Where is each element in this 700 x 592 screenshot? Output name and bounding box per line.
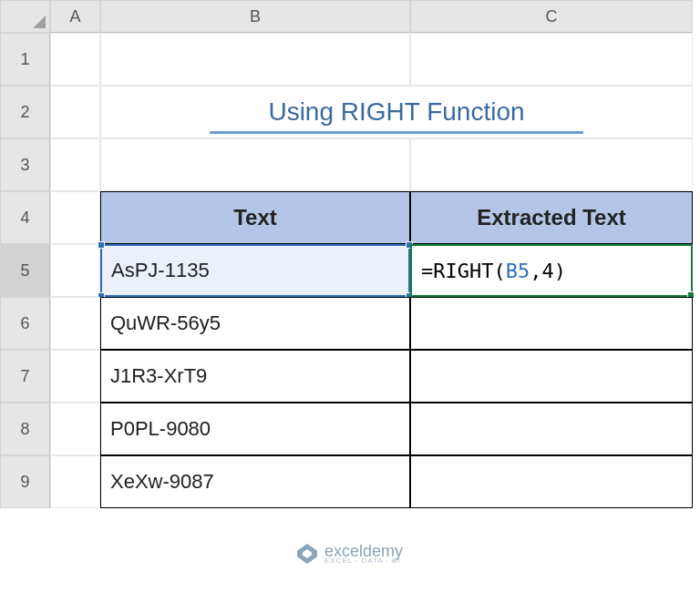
cell-c1[interactable]	[410, 33, 693, 86]
spreadsheet-grid: A B C 1 2 Using RIGHT Function 3 4 Text …	[0, 0, 700, 508]
title-text: Using RIGHT Function	[268, 97, 524, 127]
cell-c6[interactable]	[410, 297, 693, 350]
cell-b8[interactable]: P0PL-9080	[100, 403, 410, 455]
select-all-corner[interactable]	[0, 0, 50, 33]
row-header-7[interactable]: 7	[0, 350, 50, 403]
watermark-tag: EXCEL · DATA · BI	[324, 557, 403, 565]
formula-text: =RIGHT(B5,4)	[421, 260, 566, 282]
formula-suffix: ,4)	[530, 260, 566, 282]
cell-a4[interactable]	[50, 191, 100, 244]
col-header-c[interactable]: C	[410, 0, 693, 33]
cell-a9[interactable]	[50, 455, 100, 508]
title-underline	[210, 131, 583, 134]
row-header-2[interactable]: 2	[0, 86, 50, 138]
title-cell[interactable]: Using RIGHT Function	[100, 86, 693, 138]
cell-b6[interactable]: QuWR-56y5	[100, 297, 410, 350]
cell-b9[interactable]: XeXw-9087	[100, 455, 410, 508]
watermark: exceldemy EXCEL · DATA · BI	[297, 543, 403, 565]
cell-c5-editing[interactable]: =RIGHT(B5,4)	[410, 244, 693, 297]
cell-b1[interactable]	[100, 33, 410, 86]
cell-c3[interactable]	[410, 138, 693, 191]
cell-b7[interactable]: J1R3-XrT9	[100, 350, 410, 403]
cell-a1[interactable]	[50, 33, 100, 86]
range-handle-icon[interactable]	[98, 241, 105, 249]
row-header-1[interactable]: 1	[0, 33, 50, 86]
cell-c7[interactable]	[410, 350, 693, 403]
formula-ref: B5	[506, 260, 530, 282]
row-header-9[interactable]: 9	[0, 455, 50, 508]
cell-a5[interactable]	[50, 244, 100, 297]
row-header-6[interactable]: 6	[0, 297, 50, 350]
header-extracted[interactable]: Extracted Text	[410, 191, 693, 244]
logo-icon	[297, 544, 317, 564]
row-header-4[interactable]: 4	[0, 191, 50, 244]
cell-c8[interactable]	[410, 403, 693, 455]
header-text[interactable]: Text	[100, 191, 410, 244]
row-header-5[interactable]: 5	[0, 244, 50, 297]
cell-a6[interactable]	[50, 297, 100, 350]
cell-a2[interactable]	[50, 86, 100, 138]
cell-a8[interactable]	[50, 403, 100, 455]
col-header-b[interactable]: B	[100, 0, 410, 33]
cell-b3[interactable]	[100, 138, 410, 191]
col-header-a[interactable]: A	[50, 0, 100, 33]
formula-prefix: =RIGHT(	[421, 260, 506, 282]
cell-a7[interactable]	[50, 350, 100, 403]
cell-c9[interactable]	[410, 455, 693, 508]
row-header-3[interactable]: 3	[0, 138, 50, 191]
row-header-8[interactable]: 8	[0, 403, 50, 455]
cell-b5[interactable]: AsPJ-1135	[100, 244, 410, 297]
cell-a3[interactable]	[50, 138, 100, 191]
cell-b5-value: AsPJ-1135	[111, 259, 210, 282]
